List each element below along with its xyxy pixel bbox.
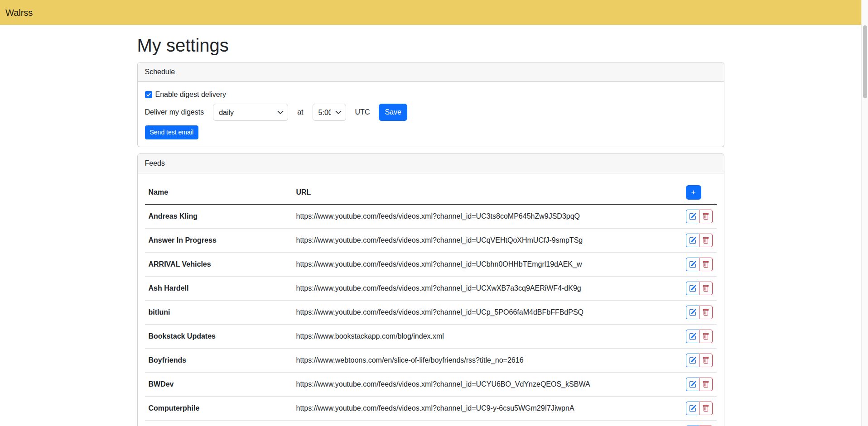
edit-feed-button[interactable] <box>686 402 699 415</box>
feed-actions <box>682 205 717 229</box>
feed-name: Answer In Progress <box>145 229 293 253</box>
feed-actions <box>682 301 717 325</box>
column-header-actions: + <box>682 181 717 205</box>
feed-url: https://www.youtube.com/feeds/videos.xml… <box>293 373 682 397</box>
pencil-square-icon <box>689 405 696 412</box>
feed-action-group <box>686 258 713 271</box>
feed-actions <box>682 397 717 421</box>
feed-actions <box>682 421 717 426</box>
feeds-table: Name URL + Andreas Kling https://www.you… <box>145 181 717 426</box>
pencil-square-icon <box>689 381 696 388</box>
feed-url: https://www.youtube.com/feeds/videos.xml… <box>293 301 682 325</box>
at-label: at <box>297 107 303 118</box>
enable-digest-label[interactable]: Enable digest delivery <box>155 89 227 100</box>
feed-actions <box>682 373 717 397</box>
feed-actions <box>682 229 717 253</box>
pencil-square-icon <box>689 237 696 244</box>
pencil-square-icon <box>689 213 696 220</box>
feed-row: Ash Hardell https://www.youtube.com/feed… <box>145 277 717 301</box>
enable-digest-checkbox[interactable] <box>145 91 152 98</box>
main-content: My settings Schedule Enable digest deliv… <box>132 34 730 426</box>
timezone-label: UTC <box>355 107 370 118</box>
feed-action-group <box>686 210 713 223</box>
feed-actions <box>682 349 717 373</box>
trash-icon <box>702 357 709 364</box>
feed-row: BWDev https://www.youtube.com/feeds/vide… <box>145 373 717 397</box>
schedule-card-header: Schedule <box>138 62 724 82</box>
edit-feed-button[interactable] <box>686 378 699 391</box>
delete-feed-button[interactable] <box>699 378 713 391</box>
feed-url: https://www.youtube.com/feeds/videos.xml… <box>293 421 682 426</box>
feed-action-group <box>686 402 713 415</box>
trash-icon <box>702 237 709 244</box>
navbar-brand[interactable]: Walrss <box>5 6 33 19</box>
feed-row: Fireship https://www.youtube.com/feeds/v… <box>145 421 717 426</box>
feed-name: ARRIVAL Vehicles <box>145 253 293 277</box>
edit-feed-button[interactable] <box>686 234 699 247</box>
edit-feed-button[interactable] <box>686 306 699 319</box>
pencil-square-icon <box>689 285 696 292</box>
pencil-square-icon <box>689 309 696 316</box>
feed-name: Computerphile <box>145 397 293 421</box>
feed-row: Computerphile https://www.youtube.com/fe… <box>145 397 717 421</box>
time-select-wrap: 5:00 <box>313 104 346 121</box>
delete-feed-button[interactable] <box>699 354 713 367</box>
feed-name: Andreas Kling <box>145 205 293 229</box>
delivery-schedule-row: Deliver my digests daily at 5:00 <box>145 104 717 121</box>
pencil-square-icon <box>689 261 696 268</box>
navbar: Walrss <box>0 0 861 25</box>
pencil-square-icon <box>689 333 696 340</box>
delete-feed-button[interactable] <box>699 234 713 247</box>
add-feed-button[interactable]: + <box>686 185 701 200</box>
column-header-url: URL <box>293 181 682 205</box>
delete-feed-button[interactable] <box>699 210 713 223</box>
delete-feed-button[interactable] <box>699 282 713 295</box>
trash-icon <box>702 285 709 292</box>
pencil-square-icon <box>689 357 696 364</box>
feed-action-group <box>686 378 713 391</box>
feed-row: Andreas Kling https://www.youtube.com/fe… <box>145 205 717 229</box>
trash-icon <box>702 213 709 220</box>
scrollbar[interactable] <box>861 0 868 426</box>
feeds-card: Feeds Name URL + Andreas Kling https://w <box>137 153 724 426</box>
feed-actions <box>682 325 717 349</box>
feeds-card-body: Name URL + Andreas Kling https://www.you… <box>138 173 724 426</box>
feed-url: https://www.youtube.com/feeds/videos.xml… <box>293 253 682 277</box>
feed-url: https://www.youtube.com/feeds/videos.xml… <box>293 229 682 253</box>
feed-row: ARRIVAL Vehicles https://www.youtube.com… <box>145 253 717 277</box>
feed-name: Ash Hardell <box>145 277 293 301</box>
delete-feed-button[interactable] <box>699 330 713 343</box>
feed-action-group <box>686 354 713 367</box>
column-header-name: Name <box>145 181 293 205</box>
feed-actions <box>682 277 717 301</box>
trash-icon <box>702 309 709 316</box>
feed-name: Boyfriends <box>145 349 293 373</box>
trash-icon <box>702 405 709 412</box>
feed-row: Boyfriends https://www.webtoons.com/en/s… <box>145 349 717 373</box>
edit-feed-button[interactable] <box>686 210 699 223</box>
frequency-select-wrap: daily <box>213 104 288 121</box>
page-title: My settings <box>137 34 724 56</box>
checkmark-icon <box>146 92 151 97</box>
enable-digest-row: Enable digest delivery <box>145 89 717 100</box>
delete-feed-button[interactable] <box>699 258 713 271</box>
feed-row: bitluni https://www.youtube.com/feeds/vi… <box>145 301 717 325</box>
send-test-email-button[interactable]: Send test email <box>145 125 199 139</box>
edit-feed-button[interactable] <box>686 354 699 367</box>
feeds-table-header-row: Name URL + <box>145 181 717 205</box>
delete-feed-button[interactable] <box>699 402 713 415</box>
frequency-select[interactable]: daily <box>213 104 288 121</box>
time-select[interactable]: 5:00 <box>313 104 346 121</box>
feed-action-group <box>686 282 713 295</box>
edit-feed-button[interactable] <box>686 258 699 271</box>
schedule-card-body: Enable digest delivery Deliver my digest… <box>138 82 724 147</box>
delete-feed-button[interactable] <box>699 306 713 319</box>
scrollbar-thumb[interactable] <box>863 25 867 98</box>
save-button[interactable]: Save <box>379 104 407 121</box>
trash-icon <box>702 381 709 388</box>
edit-feed-button[interactable] <box>686 330 699 343</box>
feed-url: https://www.youtube.com/feeds/videos.xml… <box>293 205 682 229</box>
edit-feed-button[interactable] <box>686 282 699 295</box>
feed-name: Fireship <box>145 421 293 426</box>
trash-icon <box>702 333 709 340</box>
